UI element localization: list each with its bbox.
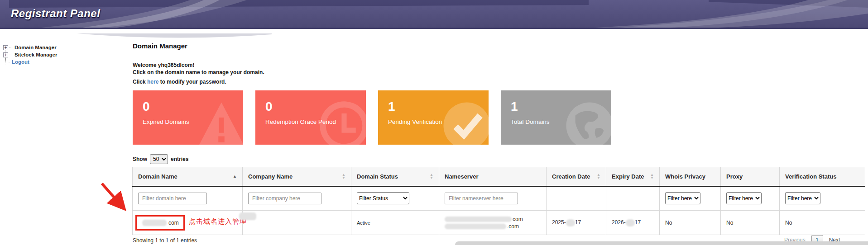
card-value: 1 <box>388 99 395 114</box>
creation-suffix: 17 <box>575 219 581 226</box>
banner-swoosh-graphic <box>0 0 868 29</box>
filter-company-input[interactable] <box>248 193 321 204</box>
domain-name-link[interactable]: com <box>135 215 185 231</box>
column-header-whois-privacy[interactable]: Whois Privacy <box>660 167 721 186</box>
card-redemption-grace-period: 0 Redemption Grace Period <box>255 90 366 145</box>
sort-asc-icon[interactable]: ▲ <box>233 174 237 179</box>
nameserver1-suffix: com <box>513 216 523 222</box>
creation-date-cell: 2025-17 <box>547 211 606 235</box>
card-label: Redemption Grace Period <box>265 118 336 125</box>
filter-proxy-select[interactable]: Filter here <box>726 192 762 204</box>
change-password-link[interactable]: here <box>147 79 158 85</box>
annotation-text: 点击域名进入管理 <box>189 217 247 226</box>
tree-corner-connector <box>5 58 10 62</box>
column-header-creation-date[interactable]: Creation Date▲▼ <box>547 167 606 186</box>
bottom-edge-panel <box>455 241 868 245</box>
welcome-text: Welcome yhq365dlcom! Click on the domain… <box>133 61 264 76</box>
filter-creation-empty <box>547 186 606 211</box>
expiry-prefix: 2026- <box>612 219 626 226</box>
sidebar-tree: + Domain Manager + Sitelock Manager Logo… <box>3 44 116 66</box>
filter-nameserver-input[interactable] <box>445 193 518 204</box>
sort-both-icon[interactable]: ▲▼ <box>597 173 600 179</box>
card-value: 0 <box>265 99 273 114</box>
card-label: Pending Verification <box>388 118 442 125</box>
proxy-cell: No <box>721 211 780 235</box>
redacted-domain-name <box>142 220 167 226</box>
show-label: Show <box>133 156 147 162</box>
domain-status-cell: Active <box>351 211 439 235</box>
table-header-row: Domain Name▲ Company Name▲▼ Domain Statu… <box>133 167 865 186</box>
whois-privacy-cell: No <box>660 211 721 235</box>
column-header-verification-status[interactable]: Verification Status <box>780 167 865 186</box>
filter-expiry-empty <box>606 186 660 211</box>
company-name-cell <box>243 211 351 235</box>
column-label: Whois Privacy <box>665 173 705 180</box>
sort-both-icon[interactable]: ▲▼ <box>342 173 345 179</box>
password-prefix: Click <box>133 79 147 85</box>
expand-plus-icon[interactable]: + <box>3 52 8 57</box>
header-banner: Registrant Panel <box>0 0 868 29</box>
welcome-line2: Click on the domain name to manage your … <box>133 69 264 76</box>
tree-dash <box>9 47 13 48</box>
card-expired-domains: 0 Expired Domains <box>133 90 243 145</box>
tree-dash <box>9 55 13 55</box>
sort-both-icon[interactable]: ▲▼ <box>430 173 433 179</box>
banner-tail-swoosh <box>77 33 272 40</box>
card-label: Expired Domains <box>143 118 189 125</box>
column-label: Nameserver <box>445 173 478 180</box>
stat-cards-row: 0 Expired Domains 0 Redemption Grace Per… <box>133 90 611 145</box>
sidebar-item-label[interactable]: Sitelock Manager <box>14 52 58 57</box>
redacted-company-name <box>239 212 256 220</box>
column-header-company-name[interactable]: Company Name▲▼ <box>243 167 351 186</box>
logout-link[interactable]: Logout <box>12 59 29 65</box>
column-label: Creation Date <box>552 173 590 180</box>
redacted-date-part <box>626 219 635 226</box>
filter-status-select[interactable]: Filter Status <box>357 192 409 204</box>
nameserver-cell: com .com <box>439 211 547 235</box>
sort-both-icon[interactable]: ▲▼ <box>650 173 654 179</box>
card-value: 0 <box>143 99 150 114</box>
annotation-arrow-icon <box>96 179 133 215</box>
column-header-expiry-date[interactable]: Expiry Date▲▼ <box>606 167 660 186</box>
entries-label: entries <box>171 156 188 162</box>
sidebar-item-label[interactable]: Domain Manager <box>14 45 57 50</box>
registrant-panel-page: Registrant Panel + Domain Manager + Site… <box>0 0 868 245</box>
column-label: Company Name <box>248 173 293 180</box>
tree-connector-line <box>5 50 5 65</box>
check-icon <box>441 100 489 145</box>
filter-whois-select[interactable]: Filter here <box>665 192 700 204</box>
column-label: Domain Name <box>138 173 177 180</box>
creation-prefix: 2025- <box>552 219 566 226</box>
sidebar-item-logout[interactable]: Logout <box>3 58 116 66</box>
filter-verification-select[interactable]: Filter here <box>785 192 820 204</box>
nameserver2-suffix: .com <box>507 223 519 230</box>
column-header-domain-name[interactable]: Domain Name▲ <box>133 167 243 186</box>
welcome-line1: Welcome yhq365dlcom! <box>133 61 264 69</box>
sidebar-item-domain-manager[interactable]: + Domain Manager <box>3 44 116 51</box>
card-value: 1 <box>511 99 518 114</box>
column-header-nameserver[interactable]: Nameserver <box>439 167 547 186</box>
app-title: Registrant Panel <box>11 7 100 20</box>
column-label: Verification Status <box>785 173 836 180</box>
column-label: Domain Status <box>357 173 398 180</box>
column-header-proxy[interactable]: Proxy <box>721 167 780 186</box>
domain-suffix[interactable]: com <box>168 220 179 226</box>
card-pending-verification: 1 Pending Verification <box>378 90 489 145</box>
filter-domain-input[interactable] <box>138 193 207 204</box>
show-entries-control: Show 50 entries <box>133 154 188 164</box>
column-header-domain-status[interactable]: Domain Status▲▼ <box>351 167 439 186</box>
expiry-date-cell: 2026-17 <box>606 211 660 235</box>
password-line: Click here to modify your password. <box>133 79 226 85</box>
card-label: Total Domains <box>511 118 550 125</box>
column-label: Expiry Date <box>612 173 644 180</box>
redacted-date-part <box>566 219 575 226</box>
entries-count-select[interactable]: 50 <box>150 154 168 164</box>
card-total-domains: 1 Total Domains <box>501 90 611 145</box>
sidebar-item-sitelock-manager[interactable]: + Sitelock Manager <box>3 51 116 58</box>
page-title: Domain Manager <box>133 42 187 50</box>
expand-plus-icon[interactable]: + <box>3 45 8 50</box>
column-label: Proxy <box>726 173 743 180</box>
redacted-nameserver <box>445 217 512 222</box>
filter-row: Filter Status Filter here Filter here Fi… <box>133 186 865 211</box>
verification-status-cell: No <box>780 211 865 235</box>
